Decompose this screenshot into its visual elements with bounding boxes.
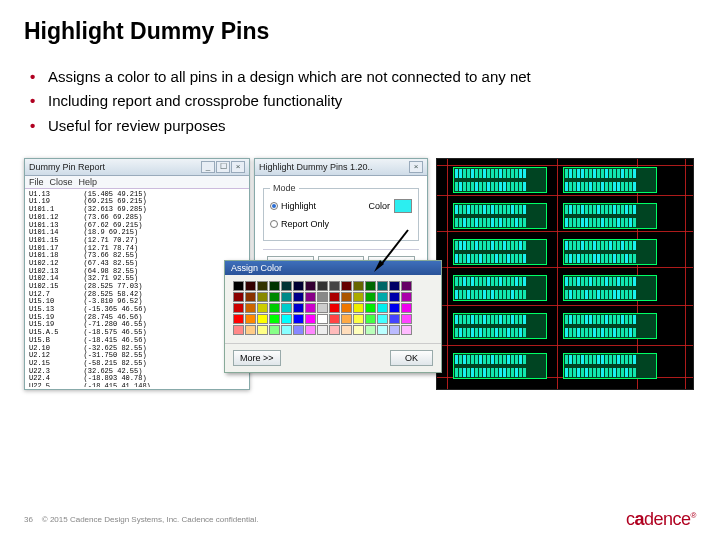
palette-cell[interactable] xyxy=(257,303,268,313)
radio-report-only[interactable] xyxy=(270,220,278,228)
palette-cell[interactable] xyxy=(317,303,328,313)
palette-cell[interactable] xyxy=(269,325,280,335)
palette-cell[interactable] xyxy=(365,303,376,313)
palette-cell[interactable] xyxy=(317,325,328,335)
cadence-logo: cadence® xyxy=(626,509,696,530)
palette-cell[interactable] xyxy=(401,314,412,324)
menu-close[interactable]: Close xyxy=(50,177,73,187)
palette-cell[interactable] xyxy=(257,281,268,291)
palette-cell[interactable] xyxy=(401,292,412,302)
palette-cell[interactable] xyxy=(377,292,388,302)
close-icon[interactable]: × xyxy=(231,161,245,173)
palette-cell[interactable] xyxy=(341,303,352,313)
report-body: U1.13 (15.405 49.215) U1.19 (69.215 69.2… xyxy=(25,189,249,387)
palette-cell[interactable] xyxy=(377,281,388,291)
palette-cell[interactable] xyxy=(281,325,292,335)
palette-cell[interactable] xyxy=(353,281,364,291)
palette-cell[interactable] xyxy=(281,314,292,324)
palette-cell[interactable] xyxy=(377,325,388,335)
palette-grid[interactable] xyxy=(233,281,433,335)
palette-cell[interactable] xyxy=(329,325,340,335)
palette-cell[interactable] xyxy=(293,314,304,324)
menu-file[interactable]: File xyxy=(29,177,44,187)
palette-cell[interactable] xyxy=(329,314,340,324)
palette-cell[interactable] xyxy=(401,281,412,291)
palette-cell[interactable] xyxy=(245,292,256,302)
bullet-list: Assigns a color to all pins in a design … xyxy=(30,67,696,136)
palette-cell[interactable] xyxy=(389,303,400,313)
palette-title: Assign Color xyxy=(225,261,441,275)
palette-cell[interactable] xyxy=(245,325,256,335)
palette-cell[interactable] xyxy=(377,314,388,324)
palette-cell[interactable] xyxy=(317,281,328,291)
palette-cell[interactable] xyxy=(245,314,256,324)
palette-cell[interactable] xyxy=(305,281,316,291)
color-label: Color xyxy=(368,201,390,211)
palette-cell[interactable] xyxy=(257,292,268,302)
palette-cell[interactable] xyxy=(389,325,400,335)
palette-cell[interactable] xyxy=(317,292,328,302)
palette-cell[interactable] xyxy=(269,314,280,324)
palette-cell[interactable] xyxy=(341,314,352,324)
palette-cell[interactable] xyxy=(269,303,280,313)
palette-cell[interactable] xyxy=(341,325,352,335)
radio-highlight-label: Highlight xyxy=(281,201,316,211)
palette-cell[interactable] xyxy=(329,292,340,302)
palette-cell[interactable] xyxy=(257,314,268,324)
assign-color-palette: Assign Color More >> OK xyxy=(224,260,442,373)
palette-cell[interactable] xyxy=(233,281,244,291)
slide-footer: 36 © 2015 Cadence Design Systems, Inc. C… xyxy=(24,509,696,530)
palette-cell[interactable] xyxy=(389,292,400,302)
palette-more-button[interactable]: More >> xyxy=(233,350,281,366)
palette-cell[interactable] xyxy=(269,292,280,302)
palette-cell[interactable] xyxy=(233,292,244,302)
palette-cell[interactable] xyxy=(245,303,256,313)
palette-cell[interactable] xyxy=(389,281,400,291)
palette-cell[interactable] xyxy=(401,325,412,335)
palette-cell[interactable] xyxy=(257,325,268,335)
radio-highlight[interactable] xyxy=(270,202,278,210)
palette-cell[interactable] xyxy=(353,303,364,313)
palette-cell[interactable] xyxy=(293,303,304,313)
palette-cell[interactable] xyxy=(305,292,316,302)
palette-cell[interactable] xyxy=(365,292,376,302)
maximize-icon[interactable]: ☐ xyxy=(216,161,230,173)
palette-cell[interactable] xyxy=(341,281,352,291)
palette-cell[interactable] xyxy=(365,314,376,324)
palette-ok-button[interactable]: OK xyxy=(390,350,433,366)
palette-cell[interactable] xyxy=(269,281,280,291)
palette-cell[interactable] xyxy=(281,281,292,291)
palette-cell[interactable] xyxy=(365,281,376,291)
palette-cell[interactable] xyxy=(233,314,244,324)
palette-cell[interactable] xyxy=(401,303,412,313)
palette-cell[interactable] xyxy=(329,281,340,291)
palette-cell[interactable] xyxy=(293,292,304,302)
palette-cell[interactable] xyxy=(233,303,244,313)
palette-cell[interactable] xyxy=(305,314,316,324)
palette-cell[interactable] xyxy=(233,325,244,335)
copyright: © 2015 Cadence Design Systems, Inc. Cade… xyxy=(42,515,259,524)
palette-cell[interactable] xyxy=(389,314,400,324)
minimize-icon[interactable]: _ xyxy=(201,161,215,173)
palette-cell[interactable] xyxy=(353,314,364,324)
palette-cell[interactable] xyxy=(365,325,376,335)
palette-cell[interactable] xyxy=(317,314,328,324)
menu-help[interactable]: Help xyxy=(79,177,98,187)
close-icon[interactable]: × xyxy=(409,161,423,173)
bullet-item: Including report and crossprobe function… xyxy=(30,91,696,111)
palette-cell[interactable] xyxy=(281,303,292,313)
palette-cell[interactable] xyxy=(305,303,316,313)
palette-cell[interactable] xyxy=(293,281,304,291)
palette-cell[interactable] xyxy=(353,325,364,335)
mode-group: Mode Highlight Color xyxy=(263,188,419,241)
color-swatch-button[interactable] xyxy=(394,199,412,213)
palette-cell[interactable] xyxy=(377,303,388,313)
hl-titlebar: Highlight Dummy Pins 1.20.. × xyxy=(255,159,427,176)
palette-cell[interactable] xyxy=(245,281,256,291)
palette-cell[interactable] xyxy=(305,325,316,335)
palette-cell[interactable] xyxy=(353,292,364,302)
palette-cell[interactable] xyxy=(281,292,292,302)
palette-cell[interactable] xyxy=(293,325,304,335)
palette-cell[interactable] xyxy=(329,303,340,313)
palette-cell[interactable] xyxy=(341,292,352,302)
